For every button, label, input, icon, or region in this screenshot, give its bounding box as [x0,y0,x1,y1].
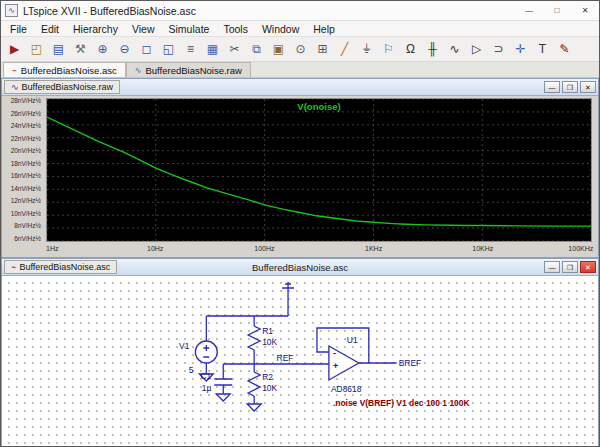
waveform-maximize-button[interactable]: ❐ [562,81,578,93]
x-axis: 1Hz10Hz100Hz1KHz10KHz100KHz [46,244,592,256]
toolbar-icon-glyph: ⧉ [252,43,261,55]
close-button[interactable]: ✕ [571,1,599,20]
component-icon[interactable]: ⊃ [488,39,509,59]
ground-icon[interactable]: ⏚ [356,39,377,59]
schematic-window-tab[interactable]: ⌁ BufferedBiasNoise.asc [4,260,117,274]
waveform-file-icon: ∿ [135,66,142,75]
r2-value-label[interactable]: 10K [262,383,277,393]
toolbar: ▶◰▤⚒⊕⊖◻◱≡▦✂⧉▣⊙⊞╱⏚⚐Ω╫∿▷⊃✛T✎ [1,37,599,62]
toolbar-icon-glyph: ▦ [207,43,218,55]
waveform-window-tab-label: BufferedBiasNoise.raw [22,82,113,92]
move-icon[interactable]: ✛ [510,39,531,59]
schematic-window-tab-label: BufferedBiasNoise.asc [19,262,110,272]
y-axis-label: 12nV/Hz½ [11,198,41,205]
schematic-minimize-button[interactable]: — [544,261,560,273]
resistor-icon[interactable]: Ω [400,39,421,59]
menu-tools[interactable]: Tools [216,21,255,36]
schematic-close-button[interactable]: ✕ [580,261,596,273]
menu-hierarchy[interactable]: Hierarchy [66,21,125,36]
zoom-full-icon[interactable]: ◱ [158,39,179,59]
noise-plot[interactable]: V(onoise) [46,98,592,242]
diode-icon[interactable]: ▷ [466,39,487,59]
toolbar-icon-glyph: ⚐ [383,43,394,55]
print-icon[interactable]: ⊞ [312,39,333,59]
schematic-wires[interactable] [206,282,396,404]
net-label-ref[interactable]: REF [277,353,294,363]
menu-simulate[interactable]: Simulate [162,21,217,36]
menubar: FileEditHierarchyViewSimulateToolsWindow… [1,21,599,37]
toolbar-icon-glyph: ✎ [559,43,569,55]
tab-bufferedbiasnoise-asc[interactable]: ⌁ BufferedBiasNoise.asc [3,62,126,77]
net-label-bref[interactable]: BREF [399,358,422,368]
waveform-close-button[interactable]: ✕ [580,81,596,93]
x-axis-label: 1Hz [46,245,58,252]
u1-ref-label[interactable]: U1 [347,335,358,345]
toolbar-icon-glyph: ◰ [31,43,42,55]
r1-value-label[interactable]: 10K [262,337,277,347]
paste-icon[interactable]: ▣ [268,39,289,59]
wire-icon[interactable]: ╱ [334,39,355,59]
maximize-button[interactable]: □ [543,1,571,20]
run-icon[interactable]: ▶ [4,39,25,59]
plot-pane-icon[interactable]: ▦ [202,39,223,59]
spice-directive-text[interactable]: .noise V(BREF) V1 dec 100 1 100K [333,398,471,408]
zoom-in-icon[interactable]: ⊕ [92,39,113,59]
r1-ref-label[interactable]: R1 [262,326,273,336]
toolbar-icon-glyph: ╱ [341,43,348,55]
u1-opamp[interactable]: - + [329,346,359,380]
y-axis-label: 18nV/Hz½ [11,161,41,168]
v1-value-label[interactable]: 5 [189,365,194,375]
schematic-maximize-button[interactable]: ❐ [562,261,578,273]
spice-directive-icon[interactable]: ✎ [554,39,575,59]
u1-value-label[interactable]: AD8618 [331,384,362,394]
r2-resistor[interactable] [248,372,260,396]
label-icon[interactable]: ⚐ [378,39,399,59]
noise-trace [47,117,591,226]
minimize-button[interactable]: — [515,1,543,20]
y-axis: 28nV/Hz½26nV/Hz½24nV/Hz½22nV/Hz½20nV/Hz½… [2,98,44,242]
inductor-icon[interactable]: ∿ [444,39,465,59]
menu-help[interactable]: Help [306,21,342,36]
control-panel-icon[interactable]: ⚒ [70,39,91,59]
menu-file[interactable]: File [3,21,34,36]
open-icon[interactable]: ◰ [26,39,47,59]
r1-resistor[interactable] [248,326,260,350]
c1-ref-label[interactable]: C1 [200,371,211,381]
tab-bufferedbiasnoise-raw[interactable]: ∿ BufferedBiasNoise.raw [126,62,251,77]
menu-edit[interactable]: Edit [34,21,66,36]
toolbar-icon-glyph: ≡ [187,43,194,55]
copy-icon[interactable]: ⧉ [246,39,267,59]
toolbar-icon-glyph: ◻ [142,43,152,55]
toolbar-icon-glyph: ╫ [428,43,437,55]
text-icon[interactable]: T [532,39,553,59]
waveform-window-titlebar[interactable]: ∿ BufferedBiasNoise.raw — ❐ ✕ [2,79,598,96]
trace-legend[interactable]: V(onoise) [47,101,591,112]
r2-ref-label[interactable]: R2 [262,372,273,382]
spice-netlist-icon[interactable]: ≡ [180,39,201,59]
y-axis-label: 8nV/Hz½ [14,223,41,230]
schematic-canvas[interactable]: - + V1 5 R1 10K R2 10K C1 1µ U1 [2,276,598,447]
save-icon[interactable]: ▤ [48,39,69,59]
y-axis-label: 6nV/Hz½ [14,236,41,243]
zoom-out-icon[interactable]: ⊖ [114,39,135,59]
ltspice-window: ∿ LTspice XVII - BufferedBiasNoise.asc —… [0,0,600,447]
zoom-area-icon[interactable]: ◻ [136,39,157,59]
waveform-minimize-button[interactable]: — [544,81,560,93]
toolbar-icon-glyph: ⊃ [493,43,503,55]
v1-voltage-source[interactable] [195,341,217,363]
menu-view[interactable]: View [125,21,162,36]
c1-capacitor[interactable] [214,379,232,385]
toolbar-icon-glyph: ⊖ [119,43,129,55]
capacitor-icon[interactable]: ╫ [422,39,443,59]
waveform-window-tab[interactable]: ∿ BufferedBiasNoise.raw [4,80,120,94]
noise-plot-svg [47,99,591,241]
find-icon[interactable]: ⊙ [290,39,311,59]
waveform-file-icon: ∿ [11,82,19,92]
schematic-window-titlebar[interactable]: ⌁ BufferedBiasNoise.asc BufferedBiasNois… [2,259,598,276]
y-axis-label: 28nV/Hz½ [11,98,41,105]
menu-window[interactable]: Window [255,21,306,36]
y-axis-label: 24nV/Hz½ [11,123,41,130]
v1-ref-label[interactable]: V1 [179,341,190,351]
c1-value-label[interactable]: 1µ [202,383,212,393]
cut-icon[interactable]: ✂ [224,39,245,59]
